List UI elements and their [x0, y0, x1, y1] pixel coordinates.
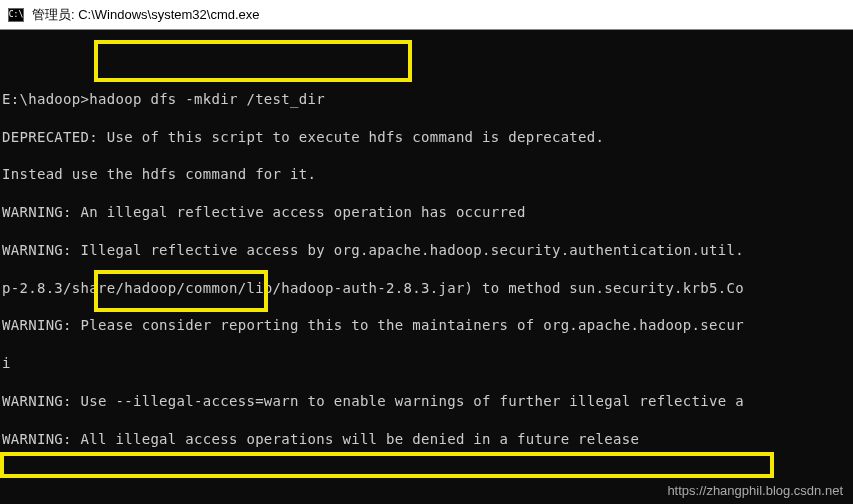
watermark-text: https://zhangphil.blog.csdn.net: [667, 483, 843, 498]
output-line: WARNING: Please consider reporting this …: [2, 316, 851, 335]
terminal-output[interactable]: E:\hadoop>hadoop dfs -mkdir /test_dir DE…: [0, 30, 853, 504]
window-title: 管理员: C:\Windows\system32\cmd.exe: [32, 6, 260, 24]
output-line: WARNING: Illegal reflective access by or…: [2, 241, 851, 260]
cmd-icon: C:\: [8, 8, 24, 22]
output-line: p-2.8.3/share/hadoop/common/lib/hadoop-a…: [2, 279, 851, 298]
prompt-path: E:\hadoop>: [2, 91, 89, 107]
window-titlebar: C:\ 管理员: C:\Windows\system32\cmd.exe: [0, 0, 853, 30]
output-line: i: [2, 354, 851, 373]
output-line: DEPRECATED: Use of this script to execut…: [2, 128, 851, 147]
command-text: hadoop dfs -mkdir /test_dir: [89, 91, 325, 107]
output-line: WARNING: Use --illegal-access=warn to en…: [2, 392, 851, 411]
output-line: WARNING: All illegal access operations w…: [2, 430, 851, 449]
output-line: WARNING: An illegal reflective access op…: [2, 203, 851, 222]
prompt-line-1: E:\hadoop>hadoop dfs -mkdir /test_dir: [2, 90, 851, 109]
output-line: Instead use the hdfs command for it.: [2, 165, 851, 184]
